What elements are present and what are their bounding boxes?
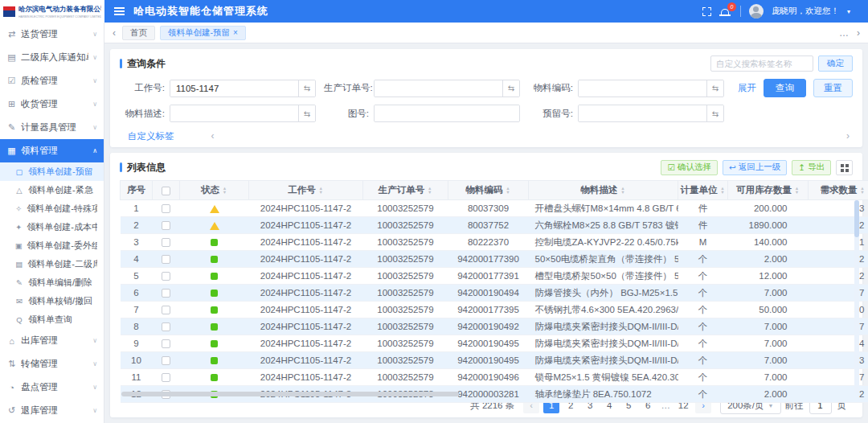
export-button[interactable]: ↥导出: [792, 160, 831, 175]
tab-首页[interactable]: 首页: [122, 26, 155, 40]
sidebar-item-transfer[interactable]: ⇅转储管理∨: [0, 352, 104, 376]
chevron-down-icon[interactable]: ▾: [847, 8, 850, 15]
sidebar-item-requisition[interactable]: ▦领料管理∧: [0, 139, 104, 162]
sidebar-item-measuring-tools[interactable]: ✎计量器具管理∨: [0, 116, 104, 139]
sort-icon[interactable]: [720, 187, 726, 195]
custom-tag-name-input[interactable]: [710, 55, 813, 72]
sidebar-item-create-special[interactable]: ✧领料单创建-特殊项目: [0, 199, 104, 218]
sidebar-item-create-reserve[interactable]: ▢领料单创建-预留: [0, 162, 104, 181]
row-checkbox[interactable]: [162, 373, 170, 382]
tab-scroll-right-icon[interactable]: ›: [855, 27, 862, 39]
sidebar-item-create-urgent[interactable]: △领料单创建-紧急: [0, 181, 104, 199]
search-button[interactable]: 查询: [764, 79, 806, 97]
filter-icon[interactable]: ⇆: [502, 80, 519, 97]
row-checkbox[interactable]: [162, 289, 170, 298]
column-header-material_code[interactable]: 物料编码: [448, 181, 529, 200]
reserve-no-input[interactable]: [579, 105, 706, 121]
sort-icon[interactable]: [620, 187, 626, 195]
row-checkbox[interactable]: [162, 255, 170, 264]
material-requisition-icon: ▦: [6, 146, 17, 156]
sort-icon[interactable]: [860, 187, 866, 195]
table-row[interactable]: 22024HPC1105-1147-21000325257980037752六角…: [121, 217, 868, 234]
filter-icon[interactable]: ⇆: [706, 105, 723, 121]
material-code-input[interactable]: [579, 80, 706, 97]
table-row[interactable]: 112024HPC1105-1147-210003252579942000190…: [121, 369, 868, 386]
table-row[interactable]: 32024HPC1105-1147-21000325257980222370控制…: [121, 234, 868, 251]
column-header-unit[interactable]: 计量单位: [678, 181, 728, 200]
table-row[interactable]: 92024HPC1105-1147-2100032525799420001904…: [121, 335, 868, 352]
sidebar-item-outbound[interactable]: ⌂出库管理∨: [0, 329, 104, 352]
sort-icon[interactable]: [318, 187, 324, 195]
back-up-level-button[interactable]: ↩返回上一级: [723, 160, 787, 175]
sidebar-item-quality[interactable]: ☑质检管理∨: [0, 69, 104, 92]
sidebar-item-delivery[interactable]: ⇄送货管理∨: [0, 23, 104, 46]
custom-tag-link[interactable]: 自定义标签: [128, 130, 174, 142]
fullscreen-icon[interactable]: [702, 7, 711, 16]
avatar[interactable]: [749, 4, 764, 18]
select-all-checkbox[interactable]: [162, 187, 170, 195]
filter-icon[interactable]: ⇆: [706, 80, 723, 97]
table-row[interactable]: 82024HPC1105-1147-2100032525799420001904…: [121, 318, 868, 335]
row-checkbox[interactable]: [162, 322, 170, 331]
expand-link[interactable]: 展开: [738, 82, 756, 94]
column-settings-button[interactable]: [836, 160, 853, 175]
tab-scroll-left-icon[interactable]: ‹: [111, 27, 117, 39]
horizontal-scrollbar[interactable]: [121, 392, 459, 396]
cell-prod_order: 10003252579: [363, 200, 448, 217]
row-checkbox[interactable]: [162, 356, 170, 365]
sidebar-item-query[interactable]: Q领料单查询: [0, 310, 104, 329]
sort-icon[interactable]: [427, 187, 432, 195]
column-header-material_desc[interactable]: 物料描述: [529, 181, 678, 200]
tag-scroll-right-icon[interactable]: ›: [846, 130, 850, 142]
tab-领料单创建-预留[interactable]: 领料单创建-预留×: [160, 26, 246, 40]
filter-icon[interactable]: ⇆: [298, 80, 315, 97]
sidebar-item-writeoff-recall[interactable]: ✉领料单核销/撤回: [0, 292, 104, 310]
table-row[interactable]: 102024HPC1105-1147-210003252579942000190…: [121, 352, 868, 369]
work-no-input[interactable]: [170, 80, 298, 97]
tab-more-icon[interactable]: …: [837, 27, 850, 39]
row-checkbox[interactable]: [162, 204, 170, 213]
menu-collapse-icon[interactable]: [114, 7, 125, 16]
cell-check: [153, 200, 180, 217]
material-desc-input[interactable]: [170, 105, 298, 121]
table-row[interactable]: 72024HPC1105-1147-2100032525799420001773…: [121, 302, 868, 318]
filter-icon[interactable]: ⇆: [298, 105, 315, 121]
row-checkbox[interactable]: [162, 272, 170, 281]
reset-button[interactable]: 重置: [813, 79, 853, 97]
table-row[interactable]: 52024HPC1105-1147-2100032525799420001773…: [121, 268, 868, 285]
row-checkbox[interactable]: [162, 339, 170, 348]
vertical-scrollbar[interactable]: [854, 200, 859, 393]
sidebar-item-return[interactable]: ↺退库管理∨: [0, 399, 104, 422]
cell-check: [153, 217, 180, 234]
confirm-select-button[interactable]: ☑确认选择: [661, 160, 717, 175]
sort-icon[interactable]: [794, 187, 800, 195]
row-checkbox[interactable]: [162, 238, 170, 247]
prod-order-no-input[interactable]: [375, 80, 502, 97]
column-header-prod_order[interactable]: 生产订单号: [363, 181, 448, 200]
sidebar-item-create-outsourced[interactable]: ▣领料单创建-委外组件: [0, 236, 104, 255]
notification-bell-icon[interactable]: 0: [719, 6, 732, 18]
sidebar-item-stocktake[interactable]: ◔盘点管理∨: [0, 376, 104, 399]
sort-icon[interactable]: [222, 187, 227, 195]
tag-scroll-left-icon[interactable]: ‹: [211, 130, 215, 142]
row-checkbox[interactable]: [162, 306, 170, 314]
cell-work_no: 2024HPC1105-1147-2: [249, 217, 363, 234]
sidebar-item-secondary-inbound-notice[interactable]: ▤二级库入库通知单∨: [0, 46, 104, 69]
sidebar-item-create-cost-center[interactable]: ✦领料单创建-成本中心: [0, 218, 104, 236]
sidebar-item-receiving[interactable]: ⊞收货管理∨: [0, 92, 104, 116]
confirm-button[interactable]: 确定: [818, 55, 853, 72]
column-header-status[interactable]: 状态: [180, 181, 249, 200]
drawing-no-input[interactable]: [375, 105, 519, 121]
sidebar-item-edit-delete[interactable]: ✎领料单编辑/删除: [0, 273, 104, 292]
sidebar-item-label: 二级库入库通知单: [21, 51, 88, 64]
table-row[interactable]: 62024HPC1105-1147-2100032525799420001904…: [121, 285, 868, 302]
column-header-work_no[interactable]: 工作号: [249, 181, 363, 200]
table-row[interactable]: 42024HPC1105-1147-2100032525799420001773…: [121, 251, 868, 268]
sort-icon[interactable]: [506, 187, 511, 195]
sidebar-item-create-secondary[interactable]: ▤领料单创建-二级库: [0, 255, 104, 273]
column-header-demand[interactable]: 需求数量: [809, 181, 868, 200]
column-header-stock[interactable]: 可用库存数量: [728, 181, 809, 200]
row-checkbox[interactable]: [162, 221, 170, 230]
table-row[interactable]: 12024HPC1105-1147-21000325257980037309开槽…: [121, 200, 868, 217]
close-tab-icon[interactable]: ×: [233, 28, 238, 37]
